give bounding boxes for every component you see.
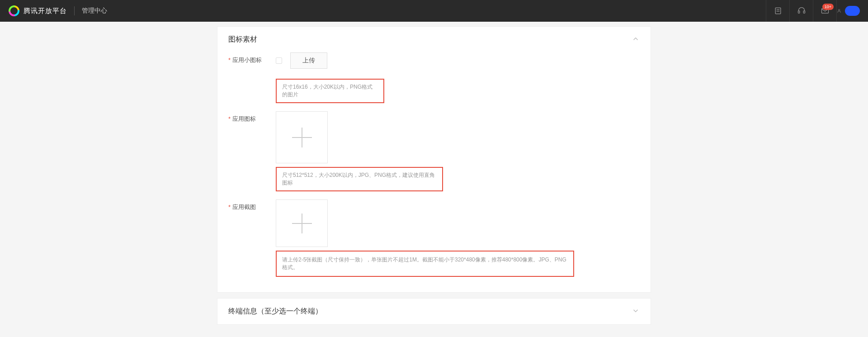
- plus-icon: [292, 128, 312, 147]
- label-app-icon: *应用图标: [228, 111, 276, 123]
- main-container: 图标素材 *应用小图标 上传 尺寸16x16，大小20K以内，PNG格式的图片: [217, 26, 651, 325]
- row-small-icon: *应用小图标 上传 尺寸16x16，大小20K以内，PNG格式的图片: [228, 52, 640, 103]
- collapse-toggle[interactable]: [632, 35, 640, 44]
- hint-small-icon: 尺寸16x16，大小20K以内，PNG格式的图片: [276, 79, 384, 103]
- doc-icon[interactable]: [766, 0, 789, 22]
- user-avatar: [845, 6, 860, 16]
- divider: [74, 6, 75, 15]
- brand-name: 腾讯开放平台: [24, 7, 67, 15]
- field-screenshot: 请上传2-5张截图（尺寸保持一致），单张图片不超过1M。截图不能小于320*48…: [276, 199, 640, 277]
- required-mark: *: [228, 115, 231, 122]
- field-small-icon: 上传 尺寸16x16，大小20K以内，PNG格式的图片: [276, 52, 640, 103]
- panel-body: *应用小图标 上传 尺寸16x16，大小20K以内，PNG格式的图片 *应用图标: [217, 52, 651, 292]
- small-icon-preview: [276, 57, 282, 64]
- expand-toggle[interactable]: [632, 307, 640, 316]
- label-small-icon: *应用小图标: [228, 52, 276, 64]
- field-app-icon: 尺寸512*512，大小200K以内，JPG、PNG格式，建议使用直角图标: [276, 111, 640, 191]
- svg-rect-0: [775, 8, 781, 14]
- page-subtitle[interactable]: 管理中心: [82, 7, 107, 15]
- header-right: 10+: [766, 0, 860, 22]
- hint-app-icon: 尺寸512*512，大小200K以内，JPG、PNG格式，建议使用直角图标: [276, 167, 443, 191]
- header-left: 腾讯开放平台 管理中心: [8, 5, 107, 17]
- terminal-info-panel: 终端信息（至少选一个终端）: [217, 298, 651, 325]
- app-icon-upload-box[interactable]: [276, 111, 328, 163]
- upload-button[interactable]: 上传: [290, 52, 327, 69]
- mail-icon[interactable]: 10+: [813, 0, 836, 22]
- icon-assets-panel: 图标素材 *应用小图标 上传 尺寸16x16，大小20K以内，PNG格式的图片: [217, 26, 651, 293]
- panel-title-terminal: 终端信息（至少选一个终端）: [228, 307, 322, 316]
- user-icon[interactable]: [836, 0, 860, 22]
- support-icon[interactable]: [789, 0, 813, 22]
- svg-rect-3: [798, 11, 799, 13]
- screenshot-upload-box[interactable]: [276, 199, 328, 247]
- notification-badge: 10+: [822, 4, 834, 10]
- required-mark: *: [228, 204, 231, 210]
- tencent-logo-icon: [8, 5, 20, 17]
- hint-screenshot: 请上传2-5张截图（尺寸保持一致），单张图片不超过1M。截图不能小于320*48…: [276, 251, 574, 277]
- row-screenshot: *应用截图 请上传2-5张截图（尺寸保持一致），单张图片不超过1M。截图不能小于…: [228, 199, 640, 277]
- plus-icon: [292, 214, 312, 233]
- svg-point-6: [838, 9, 840, 11]
- brand-logo[interactable]: 腾讯开放平台: [8, 5, 67, 17]
- top-header: 腾讯开放平台 管理中心 10+: [0, 0, 868, 22]
- required-mark: *: [228, 57, 231, 63]
- panel-title: 图标素材: [228, 35, 257, 44]
- svg-rect-4: [803, 11, 805, 13]
- row-app-icon: *应用图标 尺寸512*512，大小200K以内，JPG、PNG格式，建议使用直…: [228, 111, 640, 191]
- panel-header-terminal: 终端信息（至少选一个终端）: [217, 299, 651, 324]
- label-screenshot: *应用截图: [228, 199, 276, 211]
- panel-header: 图标素材: [217, 27, 651, 52]
